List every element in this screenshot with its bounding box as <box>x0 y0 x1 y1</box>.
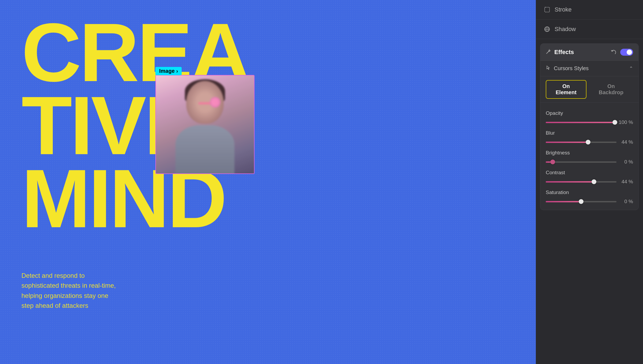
contrast-value: 44 % <box>620 179 633 185</box>
brightness-row: 0 % <box>546 159 633 165</box>
wand-icon <box>546 48 552 56</box>
image-card <box>155 75 255 174</box>
saturation-label: Saturation <box>546 189 633 195</box>
brightness-value: 0 % <box>620 159 633 165</box>
svg-rect-0 <box>545 7 549 12</box>
canvas-area: CREATIVEMIND Detect and respond to sophi… <box>0 0 536 364</box>
saturation-row: 0 % <box>546 199 633 204</box>
body-text: Detect and respond to sophisticated thre… <box>21 271 118 310</box>
brightness-thumb[interactable] <box>550 160 555 164</box>
blur-label: Blur <box>546 130 633 136</box>
stroke-icon <box>543 6 551 13</box>
stroke-label: Stroke <box>555 6 572 13</box>
effects-panel: Effects Cursors Styl <box>540 43 639 210</box>
effects-toggle[interactable] <box>620 49 633 56</box>
cursor-icon <box>546 65 551 72</box>
tab-on-backdrop[interactable]: On Backdrop <box>589 80 633 99</box>
effects-title: Effects <box>554 49 574 56</box>
blur-group: Blur 44 % <box>546 130 633 145</box>
saturation-thumb[interactable] <box>579 199 584 204</box>
contrast-group: Contrast 44 % <box>546 170 633 185</box>
image-tag-label: Image <box>159 68 175 74</box>
contrast-fill <box>546 181 594 183</box>
saturation-track[interactable] <box>546 201 616 202</box>
opacity-track[interactable] <box>546 122 615 123</box>
blur-fill <box>546 142 588 143</box>
brightness-group: Brightness 0 % <box>546 150 633 165</box>
image-card-wrapper[interactable]: Image › <box>155 75 255 174</box>
contrast-row: 44 % <box>546 179 633 185</box>
tab-bar: On Element On Backdrop <box>540 76 638 103</box>
contrast-label: Contrast <box>546 170 633 176</box>
effects-header-left: Effects <box>546 48 574 56</box>
blur-value: 44 % <box>620 139 633 145</box>
cursor-styles-row[interactable]: Cursors Styles ⌃ <box>540 61 638 76</box>
brightness-track[interactable] <box>546 161 616 163</box>
opacity-group: Opacity 100 % <box>546 110 633 125</box>
shadow-label: Shadow <box>555 26 576 33</box>
stroke-row[interactable]: Stroke <box>536 0 643 20</box>
effects-header-right <box>611 49 633 56</box>
opacity-label: Opacity <box>546 110 633 116</box>
opacity-fill <box>546 122 615 123</box>
blur-thumb[interactable] <box>586 140 590 145</box>
saturation-group: Saturation 0 % <box>546 189 633 204</box>
shadow-row[interactable]: Shadow <box>536 20 643 39</box>
brightness-label: Brightness <box>546 150 633 156</box>
saturation-fill <box>546 201 581 202</box>
sliders-section: Opacity 100 % Blur 44 % <box>540 103 638 210</box>
saturation-value: 0 % <box>620 199 633 204</box>
cursor-styles-label: Cursors Styles <box>554 65 589 71</box>
shadow-icon <box>543 25 551 33</box>
effects-header: Effects <box>540 44 638 61</box>
opacity-thumb[interactable] <box>612 120 617 125</box>
image-tag-arrow: › <box>176 68 178 74</box>
image-tag: Image › <box>155 67 182 75</box>
blur-row: 44 % <box>546 139 633 145</box>
undo-button[interactable] <box>611 49 616 55</box>
contrast-thumb[interactable] <box>592 179 596 184</box>
cursor-styles-left: Cursors Styles <box>546 65 589 72</box>
right-panel: Stroke Shadow <box>536 0 643 364</box>
image-blur-overlay <box>156 75 254 173</box>
contrast-track[interactable] <box>546 181 616 183</box>
blur-track[interactable] <box>546 142 616 143</box>
opacity-row: 100 % <box>546 119 633 125</box>
opacity-value: 100 % <box>619 119 633 125</box>
tab-on-element[interactable]: On Element <box>546 80 586 99</box>
chevron-icon: ⌃ <box>629 66 633 71</box>
